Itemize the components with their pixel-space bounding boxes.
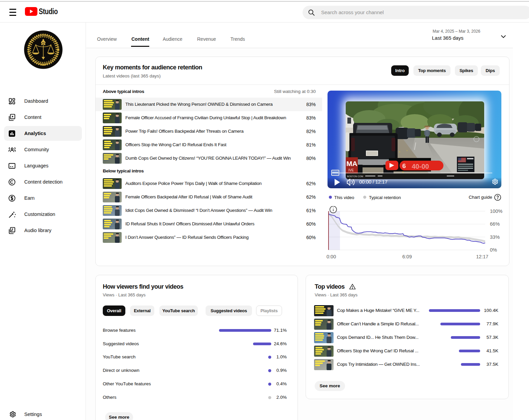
svg-text:6:09: 6:09: [402, 254, 412, 259]
svg-text:6: 6: [402, 162, 406, 169]
svg-text:MA: MA: [346, 160, 357, 167]
svg-text:0%: 0%: [490, 247, 497, 253]
svg-text:12:17: 12:17: [476, 254, 488, 259]
svg-text:66%: 66%: [490, 221, 500, 227]
svg-text:100%: 100%: [490, 208, 502, 214]
svg-text:IVE: IVE: [348, 168, 354, 172]
svg-text:40-00: 40-00: [412, 163, 429, 170]
svg-text:BOSTON COM: BOSTON COM: [347, 175, 363, 177]
svg-text:33%: 33%: [490, 234, 500, 240]
svg-text:0:00: 0:00: [326, 254, 336, 259]
